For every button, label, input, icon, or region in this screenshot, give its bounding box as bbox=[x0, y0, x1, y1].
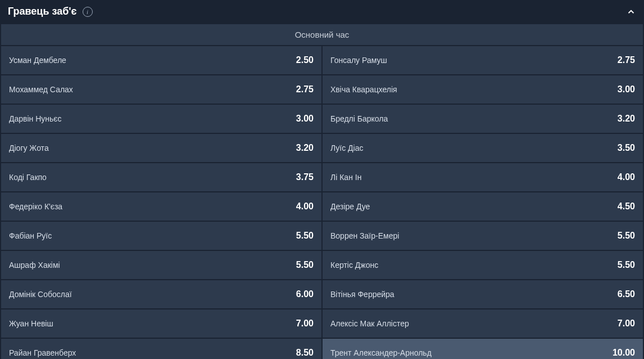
odds-cell[interactable]: Усман Дембеле2.50 bbox=[1, 46, 321, 74]
odds-cell[interactable]: Фабіан Руїс5.50 bbox=[1, 222, 321, 250]
odds-value: 10.00 bbox=[613, 348, 635, 358]
time-subheader: Основний час bbox=[1, 24, 643, 45]
player-name: Фабіан Руїс bbox=[9, 231, 52, 240]
odds-grid: Усман Дембеле2.50Гонсалу Рамуш2.75Мохамм… bbox=[0, 45, 644, 359]
collapse-icon[interactable] bbox=[626, 7, 636, 17]
odds-cell[interactable]: Федеріко К'єза4.00 bbox=[1, 192, 321, 221]
player-name: Діогу Жота bbox=[9, 143, 49, 152]
odds-value: 8.50 bbox=[296, 348, 314, 358]
odds-cell[interactable]: Вітінья Феррейра6.50 bbox=[323, 280, 643, 308]
odds-value: 5.50 bbox=[618, 260, 635, 270]
player-name: Хвіча Кварацхелія bbox=[330, 85, 397, 94]
player-name: Дарвін Нуньєс bbox=[9, 114, 62, 123]
player-name: Лі Кан Ін bbox=[330, 173, 361, 182]
player-name: Домінік Собослаї bbox=[9, 290, 72, 299]
odds-value: 3.00 bbox=[618, 84, 635, 95]
market-header: Гравець заб'є i bbox=[0, 0, 644, 23]
odds-cell[interactable]: Трент Александер-Арнольд10.00 bbox=[323, 339, 643, 359]
odds-value: 3.75 bbox=[296, 172, 314, 182]
odds-value: 7.00 bbox=[618, 318, 635, 329]
header-left: Гравець заб'є i bbox=[8, 6, 93, 17]
odds-cell[interactable]: Хвіча Кварацхелія3.00 bbox=[323, 75, 643, 104]
player-name: Гонсалу Рамуш bbox=[330, 56, 387, 65]
odds-value: 6.50 bbox=[618, 289, 635, 299]
odds-cell[interactable]: Луїс Діас3.50 bbox=[323, 134, 643, 162]
odds-cell[interactable]: Жуан Невіш7.00 bbox=[1, 309, 321, 338]
odds-cell[interactable]: Бредлі Баркола3.20 bbox=[323, 105, 643, 133]
odds-value: 4.00 bbox=[296, 201, 314, 212]
odds-cell[interactable]: Алексіс Мак Аллістер7.00 bbox=[323, 309, 643, 338]
odds-cell[interactable]: Дезіре Дуе4.50 bbox=[323, 192, 643, 221]
player-name: Федеріко К'єза bbox=[9, 202, 62, 211]
player-name: Жуан Невіш bbox=[9, 319, 53, 328]
player-name: Райан Гравенберх bbox=[9, 348, 76, 357]
odds-value: 4.00 bbox=[618, 172, 635, 182]
odds-value: 7.00 bbox=[296, 318, 314, 329]
odds-cell[interactable]: Мохаммед Салах2.75 bbox=[1, 75, 321, 104]
odds-cell[interactable]: Домінік Собослаї6.00 bbox=[1, 280, 321, 308]
player-name: Ашраф Хакімі bbox=[9, 261, 60, 270]
odds-value: 5.50 bbox=[296, 260, 314, 270]
odds-cell[interactable]: Лі Кан Ін4.00 bbox=[323, 163, 643, 191]
odds-value: 3.20 bbox=[296, 143, 314, 153]
odds-value: 2.50 bbox=[296, 55, 314, 65]
player-name: Дезіре Дуе bbox=[330, 202, 370, 211]
odds-value: 6.00 bbox=[296, 289, 314, 299]
odds-value: 4.50 bbox=[618, 201, 635, 212]
odds-cell[interactable]: Райан Гравенберх8.50 bbox=[1, 339, 321, 359]
player-name: Трент Александер-Арнольд bbox=[330, 348, 432, 357]
odds-cell[interactable]: Діогу Жота3.20 bbox=[1, 134, 321, 162]
odds-value: 3.50 bbox=[618, 143, 635, 153]
market-title: Гравець заб'є bbox=[8, 6, 77, 17]
player-name: Бредлі Баркола bbox=[330, 114, 388, 123]
player-name: Воррен Заїр-Емері bbox=[330, 231, 399, 240]
odds-value: 5.50 bbox=[296, 231, 314, 241]
odds-cell[interactable]: Ашраф Хакімі5.50 bbox=[1, 251, 321, 279]
player-name: Коді Гакпо bbox=[9, 173, 47, 182]
odds-cell[interactable]: Гонсалу Рамуш2.75 bbox=[323, 46, 643, 74]
player-name: Луїс Діас bbox=[330, 143, 364, 152]
info-icon[interactable]: i bbox=[83, 7, 93, 17]
player-name: Алексіс Мак Аллістер bbox=[330, 319, 409, 328]
odds-value: 2.75 bbox=[618, 55, 635, 65]
odds-value: 2.75 bbox=[296, 84, 314, 95]
odds-value: 5.50 bbox=[618, 231, 635, 241]
player-name: Кертіс Джонс bbox=[330, 261, 378, 270]
player-name: Усман Дембеле bbox=[9, 56, 66, 65]
player-name: Мохаммед Салах bbox=[9, 85, 73, 94]
odds-value: 3.00 bbox=[296, 114, 314, 124]
player-name: Вітінья Феррейра bbox=[330, 290, 394, 299]
odds-value: 3.20 bbox=[618, 114, 635, 124]
odds-cell[interactable]: Дарвін Нуньєс3.00 bbox=[1, 105, 321, 133]
odds-cell[interactable]: Коді Гакпо3.75 bbox=[1, 163, 321, 191]
odds-cell[interactable]: Кертіс Джонс5.50 bbox=[323, 251, 643, 279]
odds-cell[interactable]: Воррен Заїр-Емері5.50 bbox=[323, 222, 643, 250]
